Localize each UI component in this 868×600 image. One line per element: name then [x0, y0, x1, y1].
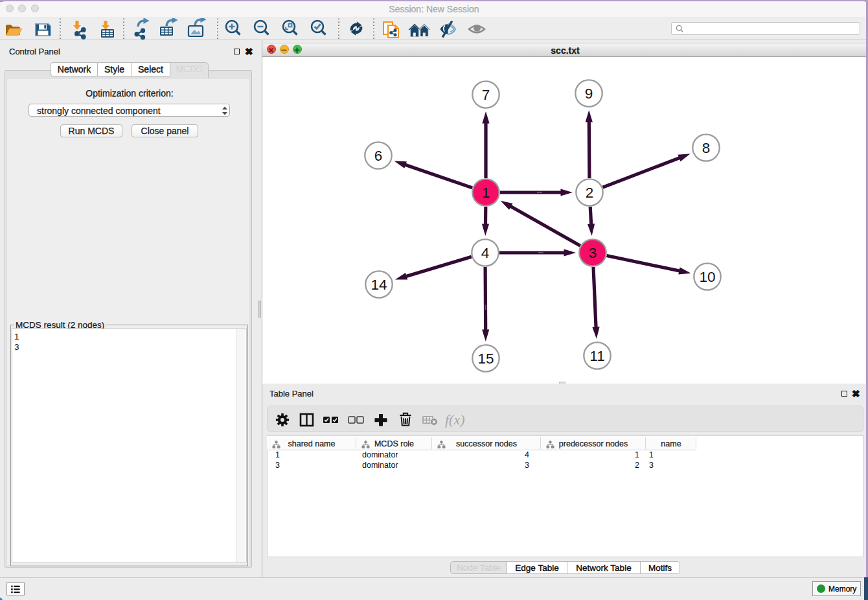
svg-text:7: 7 — [482, 87, 490, 103]
svg-text:4: 4 — [481, 245, 490, 261]
svg-text:15: 15 — [477, 351, 494, 367]
svg-text:f(x): f(x) — [445, 411, 465, 428]
svg-text:8: 8 — [702, 140, 711, 156]
svg-text:2: 2 — [586, 185, 594, 201]
svg-text:3: 3 — [589, 245, 597, 261]
svg-text:14: 14 — [371, 277, 387, 293]
svg-text:9: 9 — [585, 86, 593, 102]
svg-text:1: 1 — [482, 185, 490, 201]
svg-text:6: 6 — [374, 148, 383, 164]
svg-text:10: 10 — [699, 269, 715, 285]
svg-text:11: 11 — [589, 348, 604, 364]
